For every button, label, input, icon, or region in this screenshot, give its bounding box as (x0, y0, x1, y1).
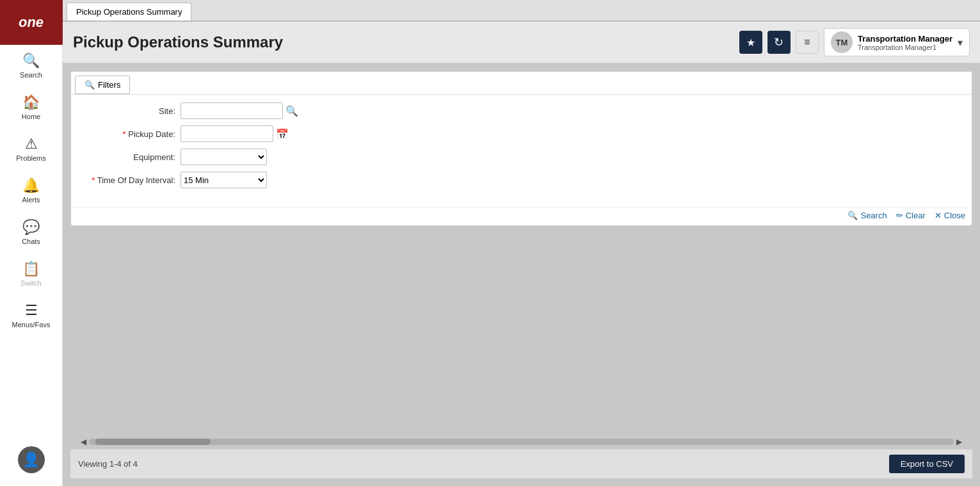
close-x-icon: ✕ (935, 211, 942, 220)
warning-icon: ⚠ (25, 136, 38, 152)
main-tab[interactable]: Pickup Operations Summary (67, 3, 191, 20)
search-button[interactable]: 🔍 Search (847, 211, 887, 220)
site-search-button[interactable]: 🔍 (285, 105, 298, 117)
content-area: 🔍 Filters Site: 🔍 * Pickup Date: (63, 63, 980, 486)
sidebar-label-problems: Problems (16, 154, 45, 162)
main-area: Pickup Operations Summary Pickup Operati… (63, 0, 980, 486)
user-menu[interactable]: TM Transportation Manager Transportation… (824, 28, 970, 56)
site-label: Site: (81, 106, 181, 116)
grid-area (70, 226, 972, 435)
filter-body: Site: 🔍 * Pickup Date: Apr 16, 2021 📅 (71, 94, 972, 205)
sidebar-item-home[interactable]: 🏠 Home (0, 86, 62, 128)
scrollbar-area: ◀ ▶ (70, 435, 972, 449)
scrollbar-track[interactable] (89, 439, 954, 445)
tod-label: * Time Of Day Interval: (81, 175, 181, 185)
switch-icon: 📋 (22, 261, 40, 277)
tab-label: Pickup Operations Summary (76, 7, 182, 17)
sidebar: one 🔍 Search 🏠 Home ⚠ Problems 🔔 Alerts … (0, 0, 63, 486)
sidebar-label-alerts: Alerts (22, 196, 40, 204)
export-btn-label: Export to CSV (901, 459, 953, 469)
sidebar-label-switch: Switch (20, 279, 41, 287)
hamburger-button[interactable]: ≡ (796, 31, 819, 54)
header-actions: ★ ↻ ≡ TM Transportation Manager Transpor… (739, 28, 970, 56)
filter-actions: 🔍 Search ✏ Clear ✕ Close (71, 207, 972, 225)
scroll-right-icon[interactable]: ▶ (954, 437, 965, 446)
chat-icon: 💬 (22, 219, 40, 236)
menu-icon: ☰ (25, 302, 38, 319)
sidebar-label-home: Home (22, 113, 40, 120)
user-info: Transportation Manager Transportation Ma… (858, 34, 952, 51)
app-logo[interactable]: one (0, 0, 63, 45)
tod-row: * Time Of Day Interval: 15 Min 30 Min 60… (81, 172, 961, 188)
clear-button[interactable]: ✏ Clear (896, 211, 926, 220)
pickup-date-label-text: Pickup Date: (128, 129, 175, 139)
filter-icon: 🔍 (84, 80, 95, 90)
hamburger-icon: ≡ (804, 36, 810, 48)
close-button[interactable]: ✕ Close (935, 211, 965, 220)
pickup-date-row: * Pickup Date: Apr 16, 2021 📅 (81, 126, 961, 142)
equipment-row: Equipment: Option 1 Option 2 (81, 149, 961, 165)
viewing-text: Viewing 1-4 of 4 (78, 459, 138, 469)
sidebar-item-search[interactable]: 🔍 Search (0, 45, 62, 86)
user-initials: TM (836, 38, 848, 47)
chevron-down-icon: ▾ (958, 36, 963, 49)
magnifier-icon: 🔍 (285, 106, 298, 117)
tab-bar: Pickup Operations Summary (63, 0, 980, 22)
tod-select[interactable]: 15 Min 30 Min 60 Min (181, 172, 267, 188)
filters-tab[interactable]: 🔍 Filters (75, 76, 130, 94)
sidebar-item-chats[interactable]: 💬 Chats (0, 211, 62, 253)
tod-label-text: Time Of Day Interval: (97, 175, 175, 185)
page-title: Pickup Operations Summary (73, 33, 739, 51)
equipment-select[interactable]: Option 1 Option 2 (181, 149, 267, 165)
sidebar-item-menus[interactable]: ☰ Menus/Favs (0, 295, 62, 336)
user-role: Transportation Manager1 (858, 44, 952, 51)
pickup-date-label: * Pickup Date: (81, 129, 181, 139)
site-row: Site: 🔍 (81, 102, 961, 119)
scrollbar-thumb[interactable] (95, 439, 211, 445)
search-button-label: Search (860, 211, 887, 220)
sidebar-label-search: Search (20, 71, 42, 79)
sidebar-item-switch[interactable]: 📋 Switch (0, 253, 62, 295)
sidebar-item-alerts[interactable]: 🔔 Alerts (0, 170, 62, 211)
page-header: Pickup Operations Summary ★ ↻ ≡ TM Trans… (63, 22, 980, 63)
filters-tab-label: Filters (98, 80, 120, 90)
site-input[interactable] (181, 102, 283, 119)
close-button-label: Close (944, 211, 965, 220)
clear-icon: ✏ (896, 211, 903, 220)
pickup-date-input[interactable]: Apr 16, 2021 (181, 126, 273, 142)
user-name: Transportation Manager (858, 34, 952, 44)
refresh-button[interactable]: ↻ (767, 31, 791, 54)
equipment-label: Equipment: (81, 152, 181, 162)
search-icon: 🔍 (22, 53, 40, 69)
sidebar-item-problems[interactable]: ⚠ Problems (0, 128, 62, 170)
filter-panel: 🔍 Filters Site: 🔍 * Pickup Date: (70, 71, 972, 226)
calendar-button[interactable]: 📅 (276, 128, 289, 140)
sidebar-label-chats: Chats (22, 238, 40, 245)
refresh-icon: ↻ (774, 35, 783, 49)
clear-button-label: Clear (906, 211, 926, 220)
export-csv-button[interactable]: Export to CSV (889, 455, 965, 473)
calendar-icon: 📅 (276, 129, 289, 140)
avatar: TM (831, 31, 853, 53)
logo-text: one (19, 14, 44, 31)
favorite-button[interactable]: ★ (739, 31, 762, 54)
bell-icon: 🔔 (22, 177, 40, 194)
bottom-bar: Viewing 1-4 of 4 Export to CSV (70, 449, 972, 478)
scroll-left-icon[interactable]: ◀ (78, 437, 89, 446)
sidebar-item-avatar[interactable]: 👤 (0, 439, 62, 481)
star-icon: ★ (746, 36, 755, 49)
sidebar-label-menus: Menus/Favs (12, 321, 51, 328)
home-icon: 🏠 (22, 94, 40, 111)
search-action-icon: 🔍 (847, 211, 858, 220)
